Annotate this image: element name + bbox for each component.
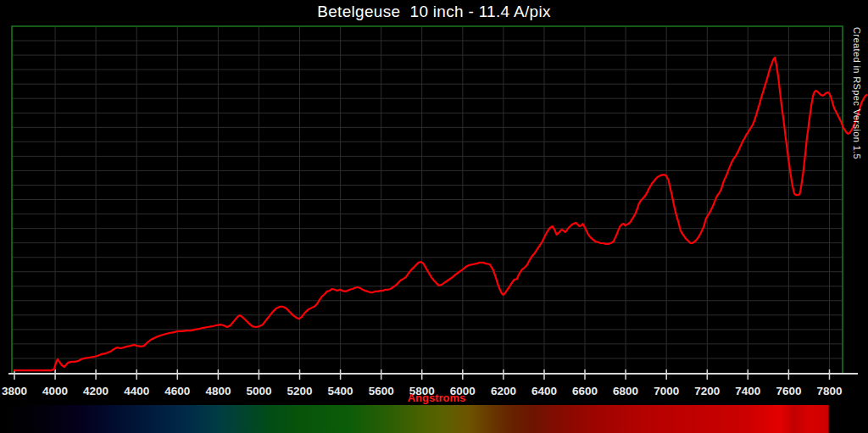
- x-tick-label: 4400: [124, 385, 149, 397]
- x-tick-label: 5600: [369, 385, 394, 397]
- x-tick-label: 7800: [816, 385, 842, 397]
- x-tick-label: 4000: [42, 385, 68, 397]
- spectrum-chart: 3800400042004400460048005000520054005600…: [0, 0, 868, 405]
- x-tick-label: 6800: [613, 385, 638, 397]
- x-tick-label: 6200: [491, 385, 516, 397]
- x-tick-label: 3800: [2, 385, 27, 397]
- x-tick-label: 6600: [572, 385, 598, 397]
- x-axis-title: Angstroms: [408, 391, 466, 404]
- x-tick-label: 5000: [246, 385, 271, 397]
- x-tick-label: 5400: [328, 385, 353, 397]
- x-tick-label: 7200: [694, 385, 720, 397]
- spectrum-colorbar: [0, 405, 868, 433]
- x-tick-label: 5200: [287, 385, 312, 397]
- x-tick-label: 7600: [776, 385, 801, 397]
- x-tick-label: 7000: [654, 385, 679, 397]
- rspec-watermark: Created in RSpec Version 1.5: [852, 27, 862, 159]
- x-tick-label: 6400: [531, 385, 557, 397]
- x-tick-label: 4200: [83, 385, 108, 397]
- x-tick-label: 7400: [735, 385, 760, 397]
- x-tick-label: 4600: [164, 385, 190, 397]
- x-tick-label: 4800: [205, 385, 231, 397]
- rspec-window: Betelgeuse 10 inch - 11.4 A/pix 38004000…: [0, 0, 868, 433]
